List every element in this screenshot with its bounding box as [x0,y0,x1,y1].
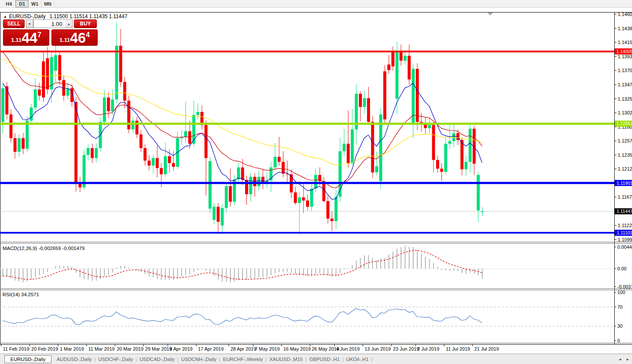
tab-gbpusd-h1[interactable]: GBPUSD-,H1 [307,357,342,362]
collapse-triangle-icon[interactable]: ▲ [3,15,7,19]
volume-decrease-button[interactable]: ▼ [26,19,33,28]
price-axis-label: 1.14605 [618,12,632,17]
buy-price-prefix: 1.11 [59,37,70,43]
sell-price-sup: 7 [38,31,41,39]
date-axis-label: 26 May 2019 [312,346,339,351]
tab-ukoil-h1[interactable]: UKOil-,H1 [344,357,371,362]
price-level-badge: 1.14009 [616,49,632,54]
price-axis-label: 1.11220 [618,223,632,228]
tab-eurusd-daily[interactable]: EURUSD-,Daily [4,355,51,363]
date-axis-label: 21 Jul 2019 [474,346,499,351]
macd-indicator-label: MACD(12,26,9) -0.002659 -0.001479 [3,246,85,251]
tab-scroll-left-button[interactable]: ◄ [618,358,622,361]
buy-button[interactable]: BUY [74,19,97,28]
price-axis-label: 1.11675 [618,194,632,199]
chart-header: ▲EURUSD-,Daily1.11500 1.11514 1.11435 1.… [3,13,128,19]
date-axis-label: 20 Feb 2019 [32,346,58,351]
chart-shift-marker-icon [487,13,493,16]
rsi-axis-label: 0 [617,338,620,343]
date-axis-label: 4 Jun 2019 [336,346,360,351]
tab-xauusd-m15[interactable]: XAUUSD-,M15 [267,357,305,362]
sell-price-prefix: 1.11 [11,37,22,43]
date-axis-label: 11 Jul 2019 [446,346,470,351]
tab-usdcnh-daily[interactable]: USDCNH-,Daily [179,357,219,362]
sell-button[interactable]: SELL [3,19,25,28]
date-axis-label: 2 Jul 2019 [418,346,440,351]
date-axis-label: 29 Mar 2019 [145,346,172,351]
date-axis-label: 11 Mar 2019 [88,346,115,351]
rsi-axis-label: 100 [617,290,625,295]
price-axis-label: 1.12575 [618,138,632,143]
price-level-badge: 1.12851 [616,121,632,126]
price-level-badge: 1.11447 [616,209,632,214]
price-axis-label: 1.13025 [618,110,632,115]
rsi-line [3,308,482,325]
tab-scroll-right-button[interactable]: ► [626,358,629,361]
price-axis-label: 1.13475 [618,82,632,87]
macd-axis-label: 0.004465 [617,244,632,250]
sell-quote-panel[interactable]: 1.11 44 7 [3,29,49,46]
price-axis-label: 1.13705 [618,68,632,73]
tab-separator: | [371,357,373,362]
tab-usdcad-daily[interactable]: USDCAD-,Daily [137,357,177,362]
date-axis-label: 8 Apr 2019 [169,346,192,351]
price-level-badge: 1.11901 [616,180,632,186]
one-click-trading-panel: SELL ▼ ▲ BUY 1.11 44 7 1.11 46 4 [3,19,98,46]
tab-usdchf-daily[interactable]: USDCHF-,Daily [96,357,136,362]
macd-axis-label: 0.00 [617,266,626,271]
date-axis-label: 11 Feb 2019 [3,346,29,351]
date-axis-label: 7 May 2019 [255,346,280,351]
date-axis-label: 17 Apr 2019 [198,346,223,351]
date-axis-label: 28 Apr 2019 [230,346,256,351]
sell-price-big: 44 [22,32,38,44]
price-axis-label: 1.13250 [618,96,632,101]
chart-ohlc-values: 1.11500 1.11514 1.11435 1.11447 [50,13,128,19]
volume-increase-button[interactable]: ▲ [65,19,73,28]
price-axis-label: 1.14380 [618,26,632,31]
date-axis-label: 1 Mar 2019 [60,346,84,351]
symbol-tab-strip: EURUSD-,Daily AUDUSD-,Daily | USDCHF-,Da… [0,354,632,364]
price-axis-label: 1.10995 [618,237,632,242]
chart-canvas[interactable]: 1.146051.143801.141551.139301.137051.134… [0,0,632,364]
buy-quote-panel[interactable]: 1.11 46 4 [51,29,98,46]
rsi-axis-label: 70 [617,304,622,310]
buy-price-big: 46 [70,32,86,44]
date-axis-label: 16 May 2019 [283,346,311,351]
tab-eurchf-weekly[interactable]: EURCHF-,Weekly [220,357,265,362]
volume-input[interactable] [33,19,65,28]
price-axis-label: 1.14155 [618,40,632,45]
candles-layer [1,22,484,235]
date-axis-label: 20 Mar 2019 [117,346,144,351]
rsi-indicator-label: RSI(14) 34.2571 [3,292,39,297]
price-axis-label: 1.12125 [618,166,632,171]
price-axis-label: 1.13930 [618,54,632,59]
price-axis-label: 1.12350 [618,152,632,158]
price-level-badge: 1.11103 [617,230,632,235]
chart-title: EURUSD-,Daily [9,13,46,19]
macd-axis-label: -0.003715 [617,284,632,289]
date-axis-label: 23 Jun 2019 [393,346,419,351]
buy-price-sup: 4 [86,31,90,39]
rsi-axis-label: 30 [617,323,622,329]
date-axis-label: 13 Jun 2019 [364,346,391,351]
tab-audusd-daily[interactable]: AUDUSD-,Daily [54,357,94,362]
